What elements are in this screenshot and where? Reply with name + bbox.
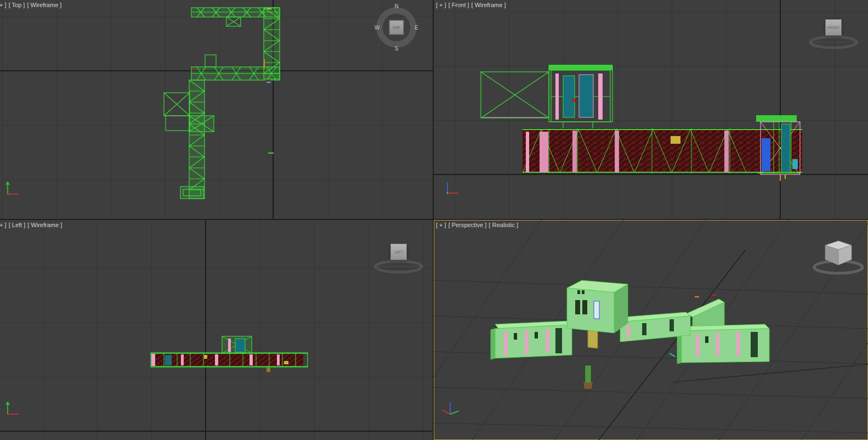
viewport-perspective[interactable]: [ + ][ Perspective ][ Realistic ] — [434, 220, 868, 440]
axis-tripod — [447, 182, 459, 194]
axis-tripod — [6, 182, 19, 194]
viewport-menu-pov[interactable]: [ Top ] — [9, 2, 25, 8]
viewport-menu-general[interactable]: [ + ] — [0, 2, 7, 8]
viewport-left[interactable]: [ + ][ Left ][ Wireframe ] LEFT — [0, 220, 433, 440]
top-view-wireframe — [0, 0, 433, 219]
viewport-label: [ + ][ Perspective ][ Realistic ] — [436, 222, 520, 228]
viewport-menu-pov[interactable]: [ Front ] — [449, 2, 469, 8]
viewcube-compass[interactable]: N S E W TOP — [372, 3, 421, 52]
axis-tripod — [6, 402, 19, 414]
front-view-wireframe — [434, 0, 868, 219]
compass-north[interactable]: N — [394, 3, 398, 9]
viewport-menu-shading[interactable]: [ Realistic ] — [489, 222, 518, 228]
compass-south[interactable]: S — [395, 46, 399, 52]
viewport-top[interactable]: [ + ][ Top ][ Wireframe ] N S E W TOP — [0, 0, 433, 219]
viewport-menu-shading[interactable]: [ Wireframe ] — [472, 2, 506, 8]
viewcube-perspective[interactable] — [814, 241, 863, 273]
left-view-wireframe — [0, 220, 433, 440]
viewport-menu-general[interactable]: [ + ] — [436, 2, 446, 8]
viewcube-face-label[interactable]: FRONT — [825, 19, 842, 36]
viewport-layout: [ + ][ Top ][ Wireframe ] N S E W TOP — [0, 0, 868, 440]
compass-east[interactable]: E — [415, 25, 418, 31]
viewport-label: [ + ][ Top ][ Wireframe ] — [0, 2, 64, 8]
viewport-label: [ + ][ Left ][ Wireframe ] — [0, 222, 64, 228]
axis-tripod — [442, 402, 459, 414]
viewport-menu-pov[interactable]: [ Left ] — [9, 222, 26, 228]
viewport-menu-pov[interactable]: [ Perspective ] — [449, 222, 487, 228]
viewcube-top-face[interactable]: TOP — [389, 20, 404, 35]
compass-west[interactable]: W — [375, 25, 379, 31]
viewport-menu-general[interactable]: [ + ] — [436, 222, 446, 228]
viewport-front[interactable]: [ + ][ Front ][ Wireframe ] FRONT — [434, 0, 868, 219]
viewcube-face-label[interactable]: LEFT — [390, 244, 407, 260]
viewport-menu-general[interactable]: [ + ] — [0, 222, 7, 228]
perspective-view-shaded — [434, 220, 868, 440]
viewport-menu-shading[interactable]: [ Wireframe ] — [27, 222, 62, 228]
viewcube-front[interactable]: FRONT — [807, 18, 860, 53]
viewport-menu-shading[interactable]: [ Wireframe ] — [27, 2, 61, 8]
viewport-label: [ + ][ Front ][ Wireframe ] — [436, 2, 508, 8]
viewcube-left[interactable]: LEFT — [372, 242, 425, 278]
